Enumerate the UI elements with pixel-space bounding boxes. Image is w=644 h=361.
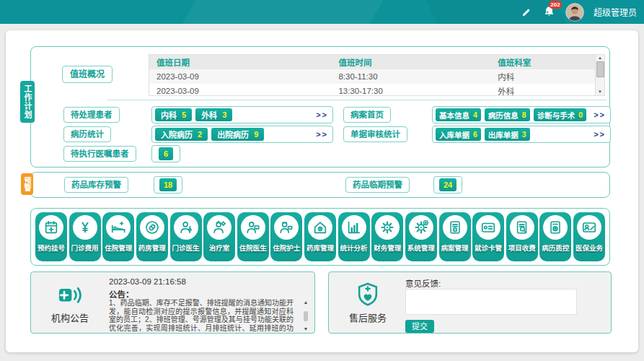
pill-icon bbox=[140, 215, 164, 240]
admission-records-button[interactable]: 入院病历2 bbox=[155, 128, 208, 141]
yen-icon bbox=[73, 215, 97, 240]
doc-audit-stats-group: 入库单据6 出库单据3 >> bbox=[432, 126, 611, 143]
warning-panel: 药品库存预警 18 药品临期预警 24 bbox=[30, 172, 610, 198]
scroll-down-icon[interactable]: ▼ bbox=[304, 326, 309, 332]
feedback-textarea[interactable] bbox=[405, 289, 577, 315]
id-card-icon bbox=[577, 215, 601, 240]
scroll-thumb[interactable] bbox=[596, 61, 604, 77]
pending-orders-group: 6 bbox=[151, 145, 180, 162]
outbound-docs-button[interactable]: 出库单据3 bbox=[485, 128, 530, 141]
divider bbox=[107, 100, 606, 100]
avatar[interactable] bbox=[565, 3, 584, 22]
record-homepage-group: 基本信息4 病历信息8 诊断与手术0 >> bbox=[432, 106, 611, 123]
table-scrollbar[interactable]: ▲ ▼ bbox=[595, 55, 604, 95]
module-outpatient-fees[interactable]: 门诊费用 bbox=[69, 212, 101, 261]
after-sales-card: 售后服务 意见反馈: 提交 bbox=[328, 271, 612, 334]
record-stats-label[interactable]: 病历统计 bbox=[63, 126, 111, 142]
module-drug-storehouse[interactable]: 药库管理 bbox=[304, 212, 336, 261]
edit-pencil-icon[interactable] bbox=[521, 6, 533, 18]
drug-stock-warning-label[interactable]: 药品库存预警 bbox=[64, 177, 128, 193]
drug-expiry-warning-count[interactable]: 24 bbox=[439, 178, 456, 191]
module-inpatient-doctor[interactable]: 住院医生 bbox=[237, 212, 269, 261]
shield-heart-icon bbox=[354, 281, 381, 308]
bed-icon bbox=[106, 215, 131, 240]
more-link[interactable]: >> bbox=[316, 130, 330, 139]
module-outpatient-doctor[interactable]: 门诊医生 bbox=[170, 212, 202, 261]
module-finance-management[interactable]: 财务管理 bbox=[371, 212, 403, 261]
drug-stock-warning-count[interactable]: 18 bbox=[159, 178, 177, 191]
col-duty-date: 值班日期 bbox=[149, 55, 331, 69]
tab-warning[interactable]: 预警 bbox=[21, 173, 33, 195]
module-appointment-registration[interactable]: 预约挂号 bbox=[35, 212, 67, 261]
table-row[interactable]: 2023-03-09 13:30-17:30 外科 bbox=[149, 84, 604, 96]
warehouse-icon bbox=[308, 215, 332, 240]
pending-orders-count-button[interactable]: 6 bbox=[159, 147, 173, 160]
module-project-charging[interactable]: 项目收费 bbox=[506, 212, 538, 261]
pending-orders-label[interactable]: 待执行医嘱患者 bbox=[63, 146, 136, 162]
doc-audit-stats-label[interactable]: 单据审核统计 bbox=[343, 126, 407, 142]
announcement-timestamp: 2023-03-09 21:16:58 bbox=[109, 277, 186, 286]
scroll-down-icon[interactable]: ▼ bbox=[598, 90, 602, 95]
doctor-monitor-icon bbox=[241, 215, 265, 240]
internal-dept-button[interactable]: 内科5 bbox=[155, 108, 192, 121]
diagnosis-surgery-button[interactable]: 诊断与手术0 bbox=[534, 108, 586, 121]
scroll-up-icon[interactable]: ▲ bbox=[304, 300, 309, 305]
record-stats-group: 入院病历2 出院病历9 >> bbox=[151, 126, 333, 143]
notifications-bell-icon[interactable]: 202 bbox=[542, 5, 556, 19]
top-header-bar: 202 超级管理员 bbox=[0, 0, 644, 24]
table-header-row: 值班日期 值班时间 值班科室 bbox=[149, 55, 604, 69]
inbound-docs-button[interactable]: 入库单据6 bbox=[436, 128, 481, 141]
pending-patients-label[interactable]: 待处理患者 bbox=[63, 107, 120, 123]
doctor-icon bbox=[174, 215, 198, 240]
announcement-heading: 公告： bbox=[109, 288, 134, 300]
announcement-scrollbar[interactable]: ▲ ▼ bbox=[302, 300, 309, 332]
module-visit-card-management[interactable]: 就诊卡管 bbox=[472, 212, 504, 261]
nurse-icon bbox=[207, 215, 231, 240]
module-inpatient-management[interactable]: 住院管理 bbox=[102, 212, 134, 261]
record-homepage-label[interactable]: 病案首页 bbox=[343, 107, 391, 123]
submit-button[interactable]: 提交 bbox=[405, 320, 434, 333]
modules-panel: 预约挂号 门诊费用 住院管理 药房管理 门诊医生 治疗室 住院医生 住院护士 药… bbox=[30, 208, 610, 266]
drug-expiry-warning-group: 24 bbox=[433, 176, 462, 193]
doc-shield-icon bbox=[543, 215, 568, 240]
gear-icon bbox=[375, 215, 400, 240]
header-actions: 202 超级管理员 bbox=[521, 0, 637, 24]
tab-work-plan[interactable]: 工作计划 bbox=[20, 81, 35, 123]
service-title: 售后服务 bbox=[329, 310, 407, 324]
module-inpatient-nurse[interactable]: 住院护士 bbox=[270, 212, 302, 261]
table-row[interactable]: 2023-03-09 8:30-11:30 内科 bbox=[149, 69, 604, 84]
calendar-icon bbox=[39, 215, 63, 240]
drug-stock-warning-group: 18 bbox=[154, 176, 182, 193]
module-statistics-analysis[interactable]: 统计分析 bbox=[338, 212, 370, 261]
basic-info-button[interactable]: 基本信息4 bbox=[436, 108, 481, 121]
module-system-management[interactable]: 系统管理 bbox=[405, 212, 437, 261]
more-link[interactable]: >> bbox=[594, 110, 607, 119]
module-medical-record-management[interactable]: 病案管理 bbox=[439, 212, 471, 261]
col-duty-dept: 值班科室 bbox=[490, 55, 604, 69]
module-treatment-room[interactable]: 治疗室 bbox=[203, 212, 235, 261]
username: 超级管理员 bbox=[594, 6, 637, 18]
announcement-title: 机构公告 bbox=[31, 310, 109, 324]
scroll-thumb[interactable] bbox=[304, 311, 308, 321]
doc-search-icon bbox=[510, 215, 534, 240]
record-info-button[interactable]: 病历信息8 bbox=[485, 108, 530, 121]
card-icon bbox=[476, 215, 500, 240]
duty-schedule-table: 值班日期 值班时间 值班科室 2023-03-09 8:30-11:30 内科 … bbox=[149, 54, 605, 96]
col-duty-time: 值班时间 bbox=[331, 55, 490, 69]
drug-expiry-warning-label[interactable]: 药品临期预警 bbox=[345, 177, 410, 193]
discharge-records-button[interactable]: 出院病历9 bbox=[211, 128, 264, 141]
speaker-icon bbox=[56, 281, 84, 308]
pending-patients-group: 内科5 外科3 >> bbox=[151, 106, 333, 123]
more-link[interactable]: >> bbox=[594, 130, 607, 139]
module-record-quality-control[interactable]: 病历质控 bbox=[539, 212, 571, 261]
surgery-dept-button[interactable]: 外科3 bbox=[195, 108, 232, 121]
module-medical-insurance[interactable]: 医保业务 bbox=[573, 212, 605, 261]
announcement-card: 机构公告 2023-03-09 21:16:58 公告： 1、药品临期、库存不足… bbox=[30, 271, 315, 334]
module-pharmacy-management[interactable]: 药房管理 bbox=[136, 212, 168, 261]
nurse-board-icon bbox=[274, 215, 299, 240]
scroll-up-icon[interactable]: ▲ bbox=[598, 56, 602, 61]
bar-chart-icon bbox=[342, 215, 366, 240]
duty-overview-button[interactable]: 值班概况 bbox=[62, 66, 113, 83]
more-link[interactable]: >> bbox=[316, 110, 330, 119]
work-plan-panel: 值班概况 值班日期 值班时间 值班科室 2023-03-09 8:30-11:3… bbox=[30, 46, 610, 168]
